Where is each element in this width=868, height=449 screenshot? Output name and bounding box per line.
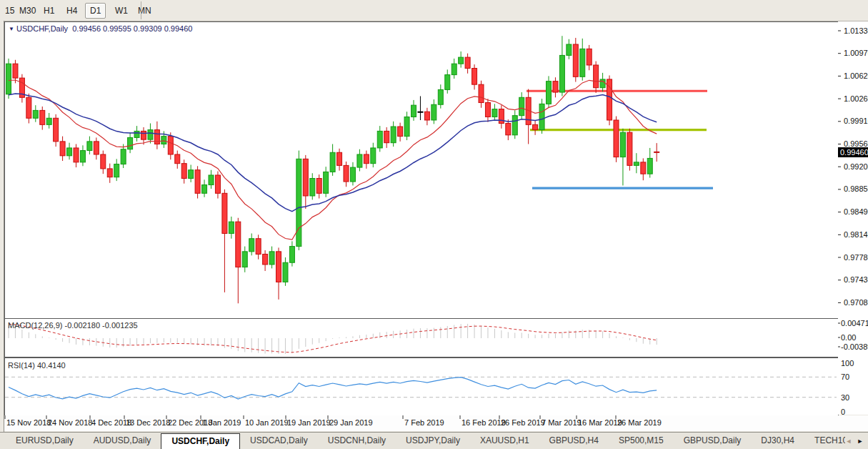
candle-body — [465, 57, 470, 68]
symbol-tabs: EURUSD,DailyAUDUSD,DailyUSDCHF,DailyUSDC… — [6, 433, 845, 449]
candle-body — [472, 69, 477, 85]
candle-body — [80, 151, 85, 162]
symbol-tab-usdcad[interactable]: USDCAD,Daily — [240, 433, 318, 449]
price-tick-label: 1.00260 — [844, 94, 868, 103]
price-tick-label: 1.00970 — [844, 49, 868, 57]
candle-body — [87, 142, 92, 151]
candle-body — [547, 82, 552, 104]
candle-body — [620, 132, 625, 157]
candle-body — [492, 109, 497, 117]
candle-body — [539, 104, 544, 129]
tabs-scroll-right-icon[interactable]: ► — [857, 437, 864, 445]
candle-body — [614, 120, 619, 157]
macd-indicator-label: MACD(12,26,9) -0.002180 -0.001235 — [8, 321, 138, 330]
symbol-tab-xauusd[interactable]: XAUUSD,H1 — [470, 433, 539, 449]
candle-body — [533, 124, 538, 129]
candle-body — [519, 97, 524, 115]
symbol-tab-usdjpy[interactable]: USDJPY,Daily — [396, 433, 470, 449]
price-tick-label: 0.98490 — [844, 207, 868, 216]
symbol-tab-audusd[interactable]: AUDUSD,Daily — [84, 433, 161, 449]
candle-body — [418, 112, 423, 112]
rsi-tick-label: 0 — [841, 408, 845, 416]
candle-body — [580, 49, 585, 77]
candle-body — [303, 159, 308, 196]
candle-body — [215, 175, 220, 193]
chart-symbol-label: USDCHF,Daily — [16, 24, 68, 33]
candle-body — [330, 152, 335, 172]
candle-body — [296, 159, 301, 246]
candle-body — [459, 57, 464, 64]
price-tick-label: 0.97780 — [844, 253, 868, 262]
candle-body — [647, 158, 652, 174]
symbol-tab-dj30[interactable]: DJ30,H4 — [751, 433, 804, 449]
symbol-tab-gbpusd[interactable]: GBPUSD,Daily — [674, 433, 752, 449]
candle-body — [337, 152, 342, 165]
candle-body — [634, 162, 639, 166]
candle-body — [371, 148, 376, 164]
candle-body — [391, 127, 396, 143]
candle-body — [229, 222, 234, 233]
price-tick-label: 0.99200 — [844, 162, 868, 171]
candle-body — [438, 89, 443, 104]
candle-body — [33, 110, 38, 118]
candle-body — [60, 142, 65, 156]
price-tick-label: 0.97080 — [844, 298, 868, 307]
price-tick-label: 0.97430 — [844, 275, 868, 284]
candle-body — [26, 97, 31, 118]
candle-body — [654, 152, 659, 152]
price-tick-label: 0.99560 — [844, 139, 868, 148]
candle-body — [499, 109, 504, 124]
rsi-tick-label: 70 — [841, 372, 849, 381]
candle-body — [189, 170, 194, 179]
symbol-tab-eurusd[interactable]: EURUSD,Daily — [6, 433, 84, 449]
candle-body — [168, 137, 173, 154]
candle-body — [283, 262, 288, 282]
candle-body — [175, 154, 180, 164]
candle-body — [594, 65, 599, 88]
symbol-tab-gbpusd[interactable]: GBPUSD,H4 — [539, 433, 609, 449]
symbol-tab-tech100[interactable]: TECH100,H1 — [804, 433, 845, 449]
candle-body — [431, 104, 437, 120]
candle-body — [13, 64, 18, 78]
candle-body — [46, 118, 51, 124]
candle-body — [54, 118, 59, 142]
candle-body — [107, 169, 112, 177]
candle-body — [377, 131, 382, 148]
candle-body — [398, 127, 403, 137]
price-tick-label: 0.98140 — [844, 230, 868, 239]
candle-body — [506, 124, 511, 135]
candle-body — [269, 252, 274, 265]
mt4-terminal: 15M30H1H4D1W1MN 15 Nov 201824 Nov 20184 … — [0, 0, 868, 449]
candle-body — [222, 193, 227, 233]
candle-body — [256, 239, 261, 255]
candle-body — [263, 254, 268, 264]
candle-body — [404, 117, 409, 136]
candle-body — [121, 149, 126, 164]
price-tick-label: 1.01330 — [844, 26, 868, 35]
candle-body — [128, 137, 133, 149]
rsi-line — [9, 378, 657, 399]
candle-body — [553, 82, 558, 92]
price-tick-label: 0.98850 — [844, 184, 868, 193]
symbol-tabbar: EURUSD,DailyAUDUSD,DailyUSDCHF,DailyUSDC… — [0, 432, 868, 449]
chart-title: ▼ USDCHF,Daily 0.99456 0.99595 0.99309 0… — [9, 24, 192, 33]
symbol-tab-sp500[interactable]: SP500,M15 — [609, 433, 674, 449]
candle-body — [559, 55, 564, 92]
price-tick-label: 0.99910 — [844, 117, 868, 125]
candle-body — [94, 142, 99, 154]
candle-body — [74, 148, 79, 162]
candle-body — [236, 222, 241, 267]
symbol-tab-usdcnh[interactable]: USDCNH,Daily — [318, 433, 396, 449]
candle-body — [195, 170, 200, 194]
tabs-scroll-left-icon[interactable]: ◄ — [845, 437, 852, 445]
candle-body — [310, 178, 315, 195]
candle-body — [344, 165, 349, 182]
candle-body — [181, 164, 186, 179]
candle-body — [67, 148, 72, 156]
chart-dropdown-icon[interactable]: ▼ — [9, 26, 14, 32]
symbol-tab-usdchf[interactable]: USDCHF,Daily — [161, 433, 240, 449]
candle-body — [276, 252, 281, 282]
candle-body — [445, 75, 450, 90]
chart-ohlc-values: 0.99456 0.99595 0.99309 0.99460 — [72, 24, 192, 33]
rsi-tick-label: 100 — [841, 359, 854, 367]
